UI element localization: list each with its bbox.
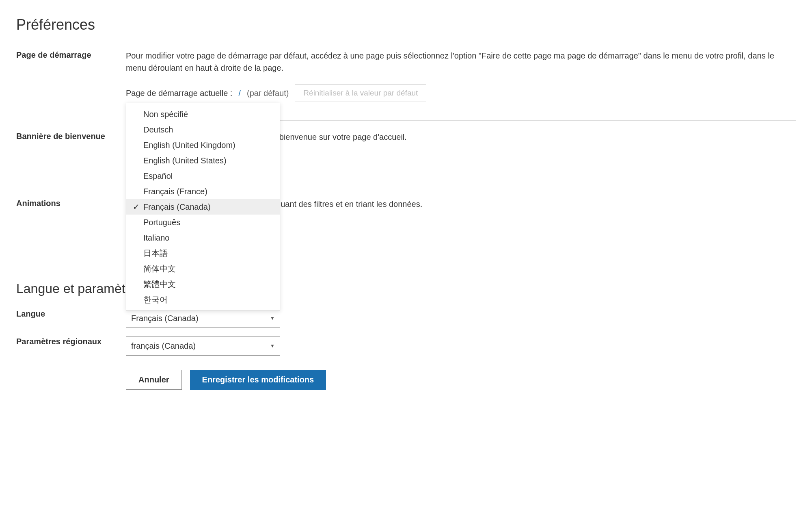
language-option[interactable]: 한국어 (126, 292, 280, 307)
start-page-current-suffix: (par défaut) (247, 87, 289, 99)
welcome-banner-text: de bienvenue sur votre page d'accueil. (268, 131, 407, 143)
caret-down-icon: ▼ (270, 315, 275, 322)
start-page-description: Pour modifier votre page de démarrage pa… (126, 50, 796, 74)
save-button[interactable]: Enregistrer les modifications (190, 370, 326, 390)
language-option[interactable]: 日本語 (126, 245, 280, 261)
locale-select[interactable]: français (Canada) ▼ (126, 336, 280, 356)
language-option[interactable]: 简体中文 (126, 261, 280, 276)
language-select-value: Français (Canada) (131, 312, 199, 324)
locale-select-value: français (Canada) (131, 340, 196, 352)
animations-label: Animations (16, 198, 126, 208)
language-select[interactable]: Français (Canada) ▼ (126, 308, 280, 328)
cancel-button[interactable]: Annuler (126, 370, 182, 390)
caret-down-icon: ▼ (270, 342, 275, 350)
locale-label: Paramètres régionaux (16, 336, 126, 346)
language-label: Langue (16, 308, 126, 319)
language-option[interactable]: Italiano (126, 230, 280, 245)
language-option[interactable]: English (United States) (126, 153, 280, 168)
start-page-current-prefix: Page de démarrage actuelle : (126, 87, 232, 99)
language-option[interactable]: Français (Canada) (126, 199, 280, 215)
welcome-banner-label: Bannière de bienvenue (16, 131, 126, 141)
start-page-label: Page de démarrage (16, 50, 126, 60)
language-option[interactable]: Deutsch (126, 122, 280, 137)
language-option[interactable]: Português (126, 215, 280, 230)
start-page-current-path[interactable]: / (238, 87, 241, 99)
page-title: Préférences (16, 16, 796, 33)
language-option[interactable]: Non spécifié (126, 106, 280, 122)
language-option[interactable]: English (United Kingdom) (126, 137, 280, 153)
language-option[interactable]: Français (France) (126, 184, 280, 199)
reset-start-page-button: Réinitialiser à la valeur par défaut (295, 84, 426, 102)
language-option[interactable]: Español (126, 168, 280, 184)
animations-text: pliquant des filtres et en triant les do… (268, 198, 422, 210)
language-option[interactable]: 繁體中文 (126, 276, 280, 292)
language-dropdown-menu: Non spécifiéDeutschEnglish (United Kingd… (126, 103, 280, 311)
